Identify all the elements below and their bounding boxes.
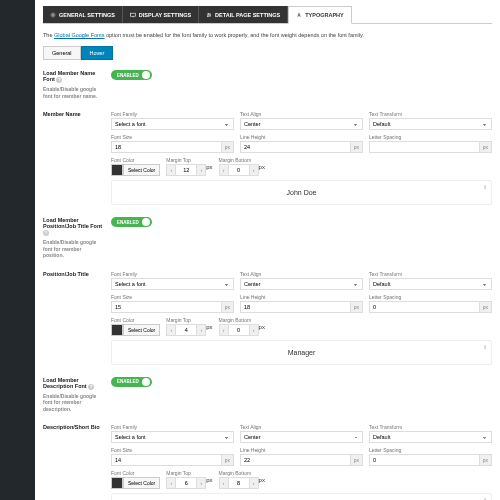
help-icon[interactable]: ? bbox=[56, 77, 62, 83]
svg-rect-1 bbox=[130, 13, 135, 16]
field-label: Text Transform bbox=[369, 111, 492, 117]
font-family-select[interactable]: Select a font bbox=[111, 431, 234, 443]
text-align-select[interactable]: Center bbox=[240, 431, 363, 443]
field-label: Letter Spacing bbox=[369, 134, 492, 140]
section-member-name: Member Name Font FamilySelect a font Tex… bbox=[43, 111, 492, 205]
field-label: Font Color bbox=[111, 157, 160, 163]
unit-label: px bbox=[479, 141, 492, 153]
help-icon[interactable]: ? bbox=[43, 230, 49, 236]
increment-button[interactable]: › bbox=[249, 477, 259, 489]
decrement-button[interactable]: ‹ bbox=[219, 324, 229, 336]
letter-spacing-input[interactable] bbox=[369, 301, 479, 313]
margin-bottom-input[interactable] bbox=[229, 477, 249, 489]
tab-label: GENERAL SETTINGS bbox=[59, 12, 115, 18]
tab-general-settings[interactable]: GENERAL SETTINGS bbox=[43, 6, 123, 23]
gear-icon bbox=[50, 12, 56, 18]
general-button[interactable]: General bbox=[43, 46, 81, 60]
text-transform-select[interactable]: Default bbox=[369, 431, 492, 443]
section-position: Position/Job Title Font FamilySelect a f… bbox=[43, 271, 492, 365]
line-height-input[interactable] bbox=[240, 454, 350, 466]
enable-toggle[interactable]: ENABLED bbox=[111, 70, 152, 80]
tab-display-settings[interactable]: DISPLAY SETTINGS bbox=[123, 6, 199, 23]
decrement-button[interactable]: ‹ bbox=[166, 164, 176, 176]
section-title: Load Member Description Font bbox=[43, 377, 87, 389]
hover-button[interactable]: Hover bbox=[81, 46, 114, 60]
tab-label: DISPLAY SETTINGS bbox=[139, 12, 191, 18]
preview-box: ⇕Manager bbox=[111, 340, 492, 365]
state-button-group: General Hover bbox=[43, 46, 492, 60]
font-family-select[interactable]: Select a font bbox=[111, 278, 234, 290]
line-height-input[interactable] bbox=[240, 141, 350, 153]
section-title: Load Member Position/Job Title Font bbox=[43, 217, 102, 229]
select-color-button[interactable]: Select Color bbox=[123, 324, 160, 336]
section-description: Description/Short Bio Font FamilySelect … bbox=[43, 424, 492, 500]
margin-bottom-input[interactable] bbox=[229, 324, 249, 336]
color-swatch[interactable] bbox=[111, 164, 123, 176]
decrement-button[interactable]: ‹ bbox=[166, 477, 176, 489]
decrement-button[interactable]: ‹ bbox=[219, 164, 229, 176]
preview-box: ⇕Hi, This is John Doe from New York city… bbox=[111, 493, 492, 500]
margin-top-input[interactable] bbox=[176, 324, 196, 336]
text-align-select[interactable]: Center bbox=[240, 278, 363, 290]
tab-typography[interactable]: TYPOGRAPHY bbox=[288, 6, 352, 24]
select-color-button[interactable]: Select Color bbox=[123, 164, 160, 176]
font-size-input[interactable] bbox=[111, 454, 221, 466]
svg-point-2 bbox=[208, 13, 209, 14]
field-label: Line Height bbox=[240, 134, 363, 140]
section-help: Enable/Disable google font for member na… bbox=[43, 86, 103, 99]
font-size-input[interactable] bbox=[111, 141, 221, 153]
decrement-button[interactable]: ‹ bbox=[219, 477, 229, 489]
help-icon[interactable]: ? bbox=[88, 384, 94, 390]
increment-button[interactable]: › bbox=[249, 164, 259, 176]
section-title: Position/Job Title bbox=[43, 271, 103, 365]
line-height-input[interactable] bbox=[240, 301, 350, 313]
unit-label: px bbox=[221, 141, 234, 153]
margin-bottom-input[interactable] bbox=[229, 164, 249, 176]
svg-point-0 bbox=[52, 13, 54, 15]
font-size-input[interactable] bbox=[111, 301, 221, 313]
tab-label: DETAIL PAGE SETTINGS bbox=[215, 12, 280, 18]
section-load-name-font: Load Member Name Font ? Enable/Disable g… bbox=[43, 70, 492, 99]
text-transform-select[interactable]: Default bbox=[369, 278, 492, 290]
section-load-position-font: Load Member Position/Job Title Font ?Ena… bbox=[43, 217, 492, 259]
section-help: Enable/Disable google font for member de… bbox=[43, 393, 103, 413]
unit-label: px bbox=[350, 141, 363, 153]
collapse-icon[interactable]: ⇕ bbox=[483, 344, 487, 350]
field-label: Margin Bottom bbox=[219, 157, 265, 163]
global-google-fonts-link[interactable]: Global Google Fonts bbox=[54, 32, 104, 38]
info-note: The Global Google Fonts option must be e… bbox=[43, 32, 492, 38]
text-align-select[interactable]: Center bbox=[240, 118, 363, 130]
text-transform-select[interactable]: Default bbox=[369, 118, 492, 130]
admin-sidebar bbox=[0, 0, 35, 500]
decrement-button[interactable]: ‹ bbox=[166, 324, 176, 336]
margin-top-input[interactable] bbox=[176, 164, 196, 176]
increment-button[interactable]: › bbox=[196, 477, 206, 489]
section-load-description-font: Load Member Description Font ?Enable/Dis… bbox=[43, 377, 492, 413]
svg-point-4 bbox=[207, 15, 208, 16]
display-icon bbox=[130, 12, 136, 18]
font-family-select[interactable]: Select a font bbox=[111, 118, 234, 130]
enable-toggle[interactable]: ENABLED bbox=[111, 377, 152, 387]
unit-label: px bbox=[259, 164, 265, 176]
increment-button[interactable]: › bbox=[196, 164, 206, 176]
increment-button[interactable]: › bbox=[249, 324, 259, 336]
select-color-button[interactable]: Select Color bbox=[123, 477, 160, 489]
preview-box: ⇕John Doe bbox=[111, 180, 492, 205]
section-title: Member Name bbox=[43, 111, 103, 205]
section-title: Description/Short Bio bbox=[43, 424, 103, 500]
letter-spacing-input[interactable] bbox=[369, 454, 479, 466]
letter-spacing-input[interactable] bbox=[369, 141, 479, 153]
tab-label: TYPOGRAPHY bbox=[305, 12, 344, 18]
color-swatch[interactable] bbox=[111, 324, 123, 336]
collapse-icon[interactable]: ⇕ bbox=[483, 184, 487, 190]
tab-detail-page-settings[interactable]: DETAIL PAGE SETTINGS bbox=[199, 6, 288, 23]
margin-top-input[interactable] bbox=[176, 477, 196, 489]
enable-toggle[interactable]: ENABLED bbox=[111, 217, 152, 227]
field-label: Margin Top bbox=[166, 157, 212, 163]
unit-label: px bbox=[206, 164, 212, 176]
field-label: Text Align bbox=[240, 111, 363, 117]
color-swatch[interactable] bbox=[111, 477, 123, 489]
increment-button[interactable]: › bbox=[196, 324, 206, 336]
sliders-icon bbox=[206, 12, 212, 18]
field-label: Font Size bbox=[111, 134, 234, 140]
